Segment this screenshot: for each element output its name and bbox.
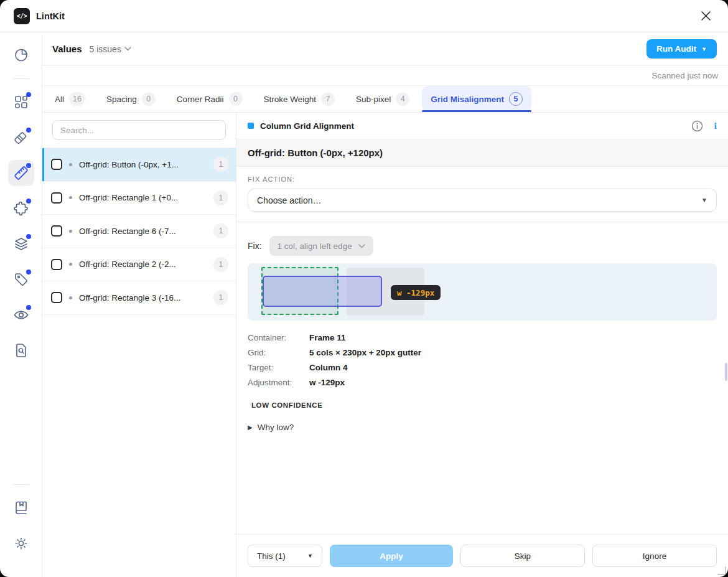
notification-dot bbox=[26, 305, 31, 310]
rail-divider bbox=[13, 78, 29, 79]
run-audit-button[interactable]: Run Audit ▼ bbox=[646, 39, 717, 59]
app-title: LintKit bbox=[36, 11, 65, 21]
puzzle-icon[interactable] bbox=[8, 195, 34, 222]
tab-grid-misalignment[interactable]: Grid Misalignment 5 bbox=[422, 86, 531, 112]
property-label: Target: bbox=[248, 363, 309, 372]
scrollbar-thumb[interactable] bbox=[725, 363, 727, 381]
disclosure-triangle-icon: ▶ bbox=[248, 424, 253, 431]
fix-action-select[interactable]: Choose action… ▼ bbox=[248, 189, 717, 212]
rail-divider bbox=[13, 484, 29, 485]
tab-stroke-weight[interactable]: Stroke Weight 7 bbox=[255, 86, 344, 112]
property-value: Frame 11 bbox=[309, 333, 346, 342]
scan-status-row: Scanned just now bbox=[42, 65, 728, 86]
icon-rail bbox=[0, 33, 42, 577]
issue-detail-pane: Column Grid Alignment i Off-grid: Button… bbox=[236, 113, 728, 577]
scope-select[interactable]: This (1) ▼ bbox=[248, 545, 322, 567]
app-logo-icon: </> bbox=[14, 8, 30, 24]
paintbrush-icon[interactable] bbox=[8, 124, 34, 151]
issue-label: Off-grid: Rectangle 2 (-2... bbox=[79, 260, 207, 269]
skip-button[interactable]: Skip bbox=[460, 545, 585, 567]
property-label: Container: bbox=[248, 333, 309, 342]
tab-label: Sub-pixel bbox=[356, 95, 391, 104]
tag-icon[interactable] bbox=[8, 266, 34, 293]
issue-label: Off-grid: Rectangle 6 (-7... bbox=[79, 227, 207, 236]
issue-title-bar: Off-grid: Button (-0px, +120px) bbox=[236, 139, 728, 167]
layers-icon[interactable] bbox=[8, 231, 34, 257]
property-value: w -129px bbox=[309, 378, 345, 387]
confidence-badge: LOW CONFIDENCE bbox=[251, 401, 728, 409]
issue-count-badge: 1 bbox=[213, 190, 228, 205]
tab-spacing[interactable]: Spacing 0 bbox=[98, 86, 164, 112]
notification-dot bbox=[26, 199, 31, 204]
issue-checkbox[interactable] bbox=[51, 259, 62, 270]
tab-count-badge: 16 bbox=[69, 92, 85, 106]
dashboard-icon[interactable] bbox=[8, 89, 34, 115]
fix-row: Fix: 1 col, align left edge bbox=[236, 222, 728, 256]
issue-list-item[interactable]: Off-grid: Rectangle 2 (-2... 1 bbox=[42, 248, 236, 281]
caret-down-icon: ▼ bbox=[701, 46, 707, 52]
why-low-disclosure[interactable]: ▶ Why low? bbox=[248, 423, 728, 432]
tab-count-badge: 4 bbox=[396, 92, 409, 106]
fix-action-value: Choose action… bbox=[257, 195, 322, 205]
property-value: 5 cols × 230px + 20px gutter bbox=[309, 348, 421, 357]
tab-count-badge: 0 bbox=[142, 92, 156, 106]
issue-count-badge: 1 bbox=[213, 257, 228, 272]
issue-label: Off-grid: Button (-0px, +1... bbox=[79, 160, 207, 169]
issue-list-item[interactable]: Off-grid: Rectangle 6 (-7... 1 bbox=[42, 214, 236, 248]
property-value: Column 4 bbox=[309, 363, 348, 372]
search-input[interactable] bbox=[52, 120, 226, 140]
bullet-icon bbox=[69, 263, 72, 266]
gear-icon[interactable] bbox=[8, 530, 34, 556]
bullet-icon bbox=[69, 196, 72, 199]
tab-bar: All 16 Spacing 0 Corner Radii 0 Stroke W… bbox=[42, 86, 728, 113]
close-icon[interactable] bbox=[697, 7, 714, 25]
eye-icon[interactable] bbox=[8, 302, 34, 328]
issue-list-pane: Off-grid: Button (-0px, +1... 1 Off-grid… bbox=[42, 113, 236, 577]
tab-corner-radii[interactable]: Corner Radii 0 bbox=[168, 86, 251, 112]
tab-sub-pixel[interactable]: Sub-pixel 4 bbox=[347, 86, 418, 112]
issue-checkbox[interactable] bbox=[51, 225, 62, 237]
info-circle-icon[interactable] bbox=[691, 120, 703, 132]
issue-list-item[interactable]: Off-grid: Rectangle 3 (-16... 1 bbox=[42, 281, 236, 314]
scan-status: Scanned just now bbox=[651, 71, 718, 80]
tab-all[interactable]: All 16 bbox=[46, 86, 94, 112]
issue-list-item[interactable]: Off-grid: Button (-0px, +1... 1 bbox=[42, 148, 236, 181]
issue-checkbox[interactable] bbox=[51, 192, 62, 204]
plugin-window: </> LintKit bbox=[0, 0, 728, 577]
caret-down-icon: ▼ bbox=[701, 197, 707, 204]
list-end-divider bbox=[42, 314, 236, 315]
adjustment-badge: w -129px bbox=[391, 285, 441, 300]
tab-label: Corner Radii bbox=[177, 95, 224, 104]
caret-down-icon: ▼ bbox=[307, 553, 313, 559]
issues-summary-dropdown[interactable]: 5 issues bbox=[90, 44, 131, 54]
apply-button[interactable]: Apply bbox=[330, 545, 453, 567]
issue-checkbox[interactable] bbox=[51, 159, 62, 170]
tab-count-badge: 7 bbox=[321, 92, 335, 106]
pie-chart-icon[interactable] bbox=[8, 42, 34, 68]
info-blue-icon[interactable]: i bbox=[714, 121, 717, 131]
issue-label: Off-grid: Rectangle 3 (-16... bbox=[79, 293, 207, 303]
fix-variant-select[interactable]: 1 col, align left edge bbox=[269, 236, 373, 256]
issues-summary-label: 5 issues bbox=[90, 44, 121, 54]
why-low-label: Why low? bbox=[258, 423, 294, 432]
ruler-icon[interactable] bbox=[8, 160, 34, 186]
notification-dot bbox=[26, 92, 31, 97]
book-icon[interactable] bbox=[8, 495, 34, 521]
issue-checkbox[interactable] bbox=[51, 292, 62, 303]
tab-label: Stroke Weight bbox=[264, 95, 317, 104]
tab-label: Spacing bbox=[106, 95, 137, 104]
issue-count-badge: 1 bbox=[213, 223, 228, 238]
ignore-button[interactable]: Ignore bbox=[592, 545, 717, 567]
file-search-icon[interactable] bbox=[8, 337, 34, 364]
issue-count-badge: 1 bbox=[213, 157, 228, 172]
resize-grip[interactable] bbox=[717, 566, 726, 575]
issue-list-item[interactable]: Off-grid: Rectangle 1 (+0... 1 bbox=[42, 181, 236, 215]
rule-color-swatch bbox=[248, 123, 254, 129]
notification-dot bbox=[26, 128, 31, 133]
rail-bottom-group bbox=[8, 483, 34, 566]
property-label: Adjustment: bbox=[248, 378, 309, 387]
fix-value: 1 col, align left edge bbox=[278, 242, 352, 251]
element-bounds-rect bbox=[263, 276, 382, 307]
property-label: Grid: bbox=[248, 348, 309, 357]
run-audit-label: Run Audit bbox=[656, 44, 696, 54]
